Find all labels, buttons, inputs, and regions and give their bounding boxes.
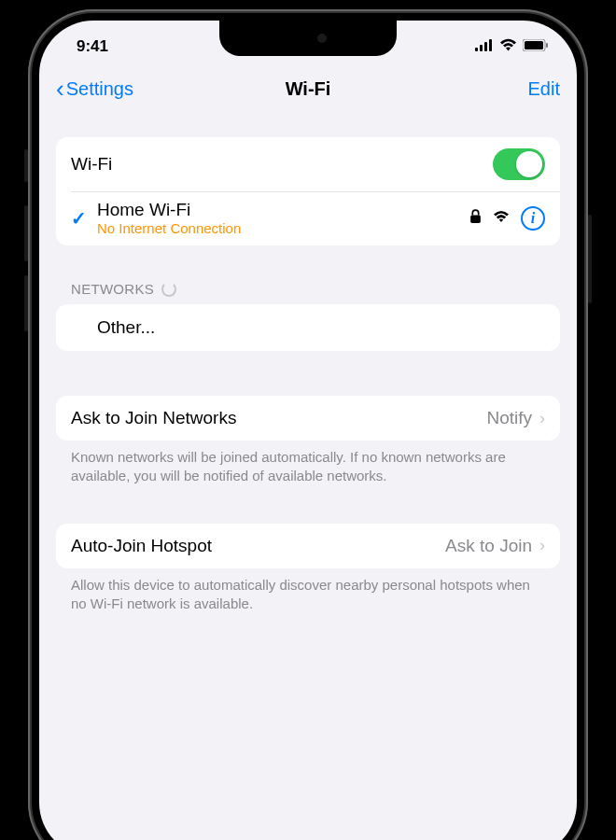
wifi-toggle-switch[interactable] [493, 148, 545, 180]
loading-spinner-icon [161, 282, 176, 297]
chevron-right-icon: › [539, 409, 545, 428]
svg-rect-1 [480, 45, 483, 51]
side-button [24, 205, 28, 261]
ask-to-join-label: Ask to Join Networks [71, 408, 486, 428]
connected-network-status: No Internet Connection [97, 220, 469, 236]
svg-rect-0 [475, 48, 478, 51]
notch [219, 21, 397, 56]
lock-icon [469, 209, 482, 228]
svg-rect-6 [546, 43, 548, 48]
side-button [588, 215, 592, 303]
ask-to-join-footer: Known networks will be joined automatica… [56, 441, 560, 486]
wifi-icon [499, 37, 517, 56]
back-button[interactable]: ‹ Settings [56, 75, 133, 104]
auto-join-hotspot-footer: Allow this device to automatically disco… [56, 568, 560, 614]
navigation-bar: ‹ Settings Wi-Fi Edit [39, 65, 577, 111]
side-button [24, 149, 28, 182]
wifi-signal-icon [493, 210, 510, 227]
status-time: 9:41 [67, 37, 108, 56]
page-title: Wi-Fi [286, 78, 331, 100]
edit-button[interactable]: Edit [528, 78, 560, 100]
svg-rect-5 [525, 41, 543, 49]
chevron-left-icon: ‹ [56, 75, 64, 104]
connected-network-row[interactable]: ✓ Home Wi-Fi No Internet Connection [71, 191, 560, 245]
info-button[interactable]: i [521, 206, 545, 231]
connected-network-name: Home Wi-Fi [97, 200, 469, 220]
ask-to-join-value: Notify [486, 408, 532, 428]
svg-rect-3 [489, 39, 492, 51]
svg-rect-7 [470, 215, 481, 223]
wifi-toggle-label: Wi-Fi [71, 154, 493, 175]
ask-to-join-row[interactable]: Ask to Join Networks Notify › [56, 396, 560, 441]
other-network-button[interactable]: Other... [56, 304, 560, 351]
side-button [24, 275, 28, 331]
battery-icon [523, 37, 549, 56]
auto-join-hotspot-label: Auto-Join Hotspot [71, 536, 445, 556]
chevron-right-icon: › [539, 536, 545, 555]
auto-join-hotspot-value: Ask to Join [445, 536, 532, 556]
auto-join-hotspot-row[interactable]: Auto-Join Hotspot Ask to Join › [56, 524, 560, 568]
svg-rect-2 [484, 42, 487, 51]
wifi-toggle-row: Wi-Fi [56, 137, 560, 191]
cellular-signal-icon [475, 37, 494, 56]
back-label: Settings [66, 78, 133, 100]
networks-header: NETWORKS [71, 281, 154, 297]
other-network-label: Other... [97, 317, 155, 337]
checkmark-icon: ✓ [71, 207, 97, 230]
phone-frame: 9:41 ‹ Settings Wi-Fi Edit [28, 9, 588, 840]
